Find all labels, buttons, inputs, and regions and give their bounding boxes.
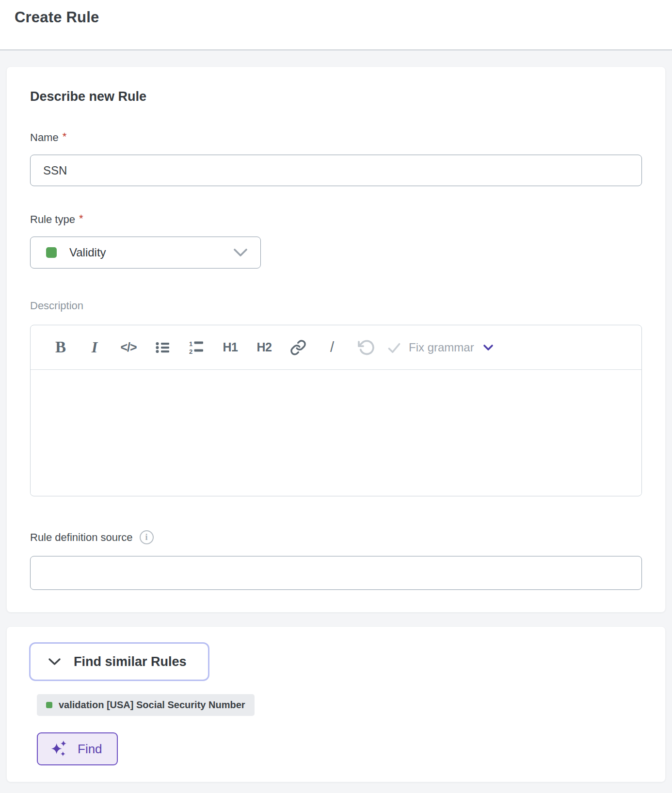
validity-color-square-icon — [46, 247, 57, 258]
code-button[interactable]: </> — [116, 335, 141, 360]
page-header: Create Rule — [0, 0, 672, 50]
find-similar-rules-toggle[interactable]: Find similar Rules — [29, 642, 209, 681]
required-asterisk: * — [79, 213, 83, 224]
rule-definition-source-input[interactable] — [30, 556, 642, 590]
chevron-down-icon — [483, 344, 494, 351]
name-input[interactable] — [30, 155, 642, 186]
check-icon — [386, 340, 402, 355]
undo-icon — [357, 339, 375, 356]
heading2-button[interactable]: H2 — [252, 335, 277, 360]
name-label: Name * — [30, 131, 642, 144]
rule-type-select[interactable]: Validity — [30, 237, 261, 269]
slash-command-button[interactable]: / — [320, 335, 345, 360]
chevron-down-icon — [48, 658, 61, 666]
find-button[interactable]: Find — [37, 732, 118, 765]
grammar-options-button[interactable] — [480, 341, 496, 354]
section-title: Describe new Rule — [30, 89, 642, 104]
find-button-label: Find — [78, 742, 102, 757]
find-similar-rules-card: Find similar Rules validation [USA] Soci… — [7, 627, 665, 782]
heading1-button[interactable]: H1 — [218, 335, 243, 360]
ai-sparkles-icon — [49, 739, 70, 759]
link-icon — [290, 339, 306, 356]
undo-button[interactable] — [353, 335, 379, 360]
rule-type-label-text: Rule type — [30, 213, 75, 226]
fix-grammar-button[interactable]: Fix grammar — [384, 335, 477, 360]
rule-type-selected-value: Validity — [69, 246, 106, 259]
find-similar-rules-label: Find similar Rules — [74, 654, 187, 669]
svg-text:1: 1 — [189, 340, 192, 348]
fix-grammar-label: Fix grammar — [409, 341, 474, 354]
description-editor: B I </> — [30, 325, 642, 496]
describe-rule-card: Describe new Rule Name * Rule type * Val… — [7, 67, 665, 612]
tag-label: validation [USA] Social Security Number — [59, 699, 245, 711]
ordered-list-button[interactable]: 1 2 — [184, 335, 209, 360]
description-label: Description — [30, 300, 642, 312]
required-asterisk: * — [63, 131, 67, 142]
name-label-text: Name — [30, 131, 59, 144]
page-body: Describe new Rule Name * Rule type * Val… — [0, 67, 672, 782]
bullet-list-icon — [155, 340, 170, 355]
info-icon[interactable]: i — [140, 530, 154, 544]
editor-toolbar: B I </> — [31, 325, 641, 370]
link-button[interactable] — [286, 335, 311, 360]
tag-color-square-icon — [46, 702, 52, 708]
rule-tag-chip: validation [USA] Social Security Number — [37, 694, 255, 716]
page-title: Create Rule — [15, 9, 99, 26]
italic-button[interactable]: I — [82, 335, 107, 360]
chevron-down-icon — [233, 248, 248, 257]
bullet-list-button[interactable] — [150, 335, 175, 360]
rule-type-label: Rule type * — [30, 213, 642, 226]
ordered-list-icon: 1 2 — [189, 340, 204, 355]
tag-row: validation [USA] Social Security Number — [29, 681, 642, 716]
description-textarea[interactable] — [31, 370, 641, 494]
bold-button[interactable]: B — [48, 335, 73, 360]
source-label: Rule definition source — [30, 531, 133, 544]
svg-text:2: 2 — [189, 348, 192, 355]
source-label-row: Rule definition source i — [30, 530, 642, 544]
description-label-text: Description — [30, 300, 83, 312]
